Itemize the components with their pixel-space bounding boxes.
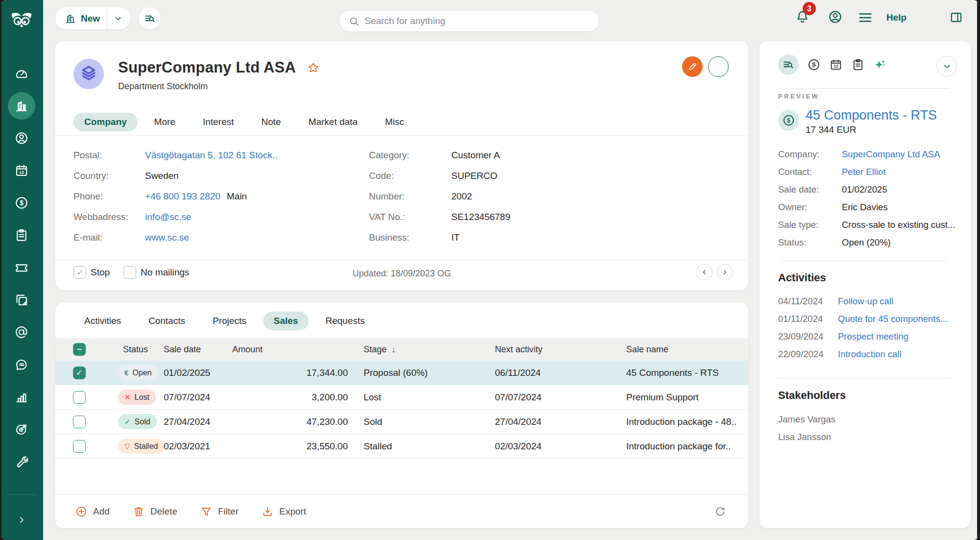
row-checkbox[interactable] bbox=[73, 416, 86, 428]
new-button[interactable]: New bbox=[55, 7, 130, 29]
tab-note[interactable]: Note bbox=[250, 113, 292, 131]
preview-ai-tool[interactable] bbox=[873, 58, 887, 72]
activities-heading: Activities bbox=[778, 271, 826, 284]
row-checkbox[interactable]: ✓ bbox=[73, 367, 86, 379]
crm-window: 12 $ bbox=[0, 0, 980, 540]
sale-title-link[interactable]: 45 Components - RTS bbox=[806, 108, 937, 123]
dollar-circle-icon: $ bbox=[807, 58, 821, 72]
stakeholders-divider bbox=[778, 378, 950, 379]
tab-misc[interactable]: Misc bbox=[374, 113, 415, 131]
cell-amount: 47,230.00 bbox=[232, 417, 348, 427]
copy-documents-icon bbox=[14, 293, 29, 307]
preview-list-tool[interactable] bbox=[778, 54, 799, 75]
webaddress-link[interactable]: info@sc.se bbox=[145, 212, 191, 222]
favorite-star-icon[interactable] bbox=[307, 61, 320, 74]
sidebar-item-chat[interactable] bbox=[0, 348, 43, 381]
sidebar-item-goals[interactable] bbox=[0, 413, 43, 445]
email-link[interactable]: www.sc.se bbox=[145, 232, 189, 243]
company-more-actions-button[interactable] bbox=[708, 56, 729, 77]
table-row[interactable]: ✓ Sold 27/04/2024 47,230.00 Sold 27/04/2… bbox=[55, 410, 748, 434]
tab-more[interactable]: More bbox=[144, 113, 186, 131]
toggle-side-panel-button[interactable] bbox=[950, 11, 963, 24]
field-vat-no: VAT No.: SE123456789 bbox=[369, 207, 673, 227]
sidebar-item-calendar[interactable]: 12 bbox=[0, 154, 43, 187]
next-record-button[interactable] bbox=[717, 264, 733, 280]
field-business: Business: IT bbox=[369, 227, 673, 248]
previous-record-button[interactable] bbox=[696, 264, 712, 280]
cell-next-activity: 06/11/2024 bbox=[495, 368, 626, 378]
preview-sales-tool[interactable]: $ bbox=[807, 58, 821, 72]
delete-button[interactable]: Delete bbox=[132, 505, 177, 518]
add-button[interactable]: Add bbox=[75, 505, 110, 518]
tab-market-data[interactable]: Market data bbox=[297, 113, 368, 131]
sidebar-expand-button[interactable] bbox=[16, 515, 27, 525]
column-header-amount[interactable]: Amount bbox=[232, 344, 348, 355]
status-badge: ✕ Lost bbox=[118, 390, 156, 405]
target-arrow-icon bbox=[14, 422, 29, 437]
refresh-button[interactable] bbox=[714, 505, 727, 518]
sidebar-item-email[interactable] bbox=[0, 316, 43, 348]
sidebar-item-settings[interactable] bbox=[0, 445, 43, 478]
tab-company[interactable]: Company bbox=[74, 113, 138, 131]
row-checkbox[interactable] bbox=[73, 391, 86, 404]
filter-button[interactable]: Filter bbox=[200, 505, 239, 518]
svg-text:$: $ bbox=[20, 199, 24, 207]
plus-circle-icon bbox=[75, 505, 88, 518]
sidebar-item-companies[interactable] bbox=[0, 90, 43, 122]
activity-link[interactable]: Prospect meeting bbox=[838, 331, 908, 342]
column-header-sale-name[interactable]: Sale name bbox=[626, 344, 748, 355]
edit-company-button[interactable] bbox=[682, 56, 703, 77]
row-checkbox[interactable] bbox=[73, 440, 86, 453]
new-dropdown-toggle[interactable] bbox=[107, 14, 129, 24]
preview-calendar-tool[interactable]: 12 bbox=[829, 58, 843, 72]
activity-link[interactable]: Introduction call bbox=[838, 349, 902, 360]
table-row[interactable]: ✓ € Open 01/02/2025 17,344.00 Proposal (… bbox=[55, 361, 748, 385]
search-input[interactable] bbox=[365, 16, 590, 26]
chevron-left-icon bbox=[701, 269, 708, 276]
stakeholder-item: James Vargas bbox=[778, 411, 835, 428]
status-badge: ▽ Stalled bbox=[118, 439, 164, 454]
sidebar-item-tickets[interactable] bbox=[0, 251, 43, 284]
table-row[interactable]: ✕ Lost 07/07/2024 3,200.00 Lost 07/07/20… bbox=[55, 385, 748, 410]
sidebar-item-dashboard[interactable] bbox=[0, 57, 43, 90]
activity-link[interactable]: Follow-up call bbox=[838, 296, 893, 307]
sidebar-item-sales[interactable]: $ bbox=[0, 187, 43, 219]
sidebar-item-documents[interactable] bbox=[0, 284, 43, 316]
saved-searches-button[interactable] bbox=[139, 7, 161, 29]
column-header-sale-date[interactable]: Sale date bbox=[164, 344, 232, 355]
column-header-status[interactable]: Status bbox=[118, 344, 164, 355]
select-all-checkbox[interactable]: − bbox=[73, 343, 86, 356]
collapse-preview-button[interactable] bbox=[936, 56, 957, 76]
column-header-next-activity[interactable]: Next activity bbox=[495, 344, 626, 355]
preview-field-company: Company: SuperCompany Ltd ASA bbox=[778, 146, 956, 163]
contact-link[interactable]: Peter Elliot bbox=[842, 167, 885, 177]
postal-link[interactable]: Västgötagatan 5, 102 61 Stock.. bbox=[145, 150, 277, 161]
tab-contacts[interactable]: Contacts bbox=[138, 312, 196, 330]
export-button[interactable]: Export bbox=[261, 505, 306, 518]
phone-link[interactable]: +46 800 193 2820 bbox=[145, 191, 220, 202]
cell-sale-name: Premium Support bbox=[626, 392, 748, 403]
tab-activities[interactable]: Activities bbox=[74, 312, 132, 330]
sidebar-item-statistics[interactable] bbox=[0, 381, 43, 413]
refresh-icon bbox=[714, 505, 727, 518]
sidebar-item-contacts[interactable] bbox=[0, 122, 43, 154]
help-link[interactable]: Help bbox=[886, 12, 906, 23]
tab-sales[interactable]: Sales bbox=[263, 312, 309, 330]
euro-icon: € bbox=[124, 368, 128, 377]
activity-link[interactable]: Quote for 45 components... bbox=[838, 314, 948, 324]
sidebar-item-tasks[interactable] bbox=[0, 219, 43, 251]
bar-chart-icon bbox=[14, 390, 29, 404]
activity-item: 23/09/2024 Prospect meeting bbox=[778, 328, 956, 345]
preview-tasks-tool[interactable] bbox=[851, 58, 865, 72]
tab-interest[interactable]: Interest bbox=[192, 113, 245, 131]
user-menu-button[interactable] bbox=[828, 9, 843, 25]
tab-projects[interactable]: Projects bbox=[202, 312, 257, 330]
tab-requests[interactable]: Requests bbox=[315, 312, 375, 330]
main-menu-button[interactable] bbox=[858, 12, 873, 24]
field-country: Country: Sweden bbox=[74, 166, 358, 186]
footer-divider bbox=[55, 260, 748, 260]
company-link[interactable]: SuperCompany Ltd ASA bbox=[842, 149, 940, 160]
column-header-stage[interactable]: Stage ↓ bbox=[364, 344, 495, 355]
table-row[interactable]: ▽ Stalled 02/03/2021 23,550.00 Stalled 0… bbox=[55, 434, 748, 459]
window-edge-right bbox=[977, 0, 980, 540]
